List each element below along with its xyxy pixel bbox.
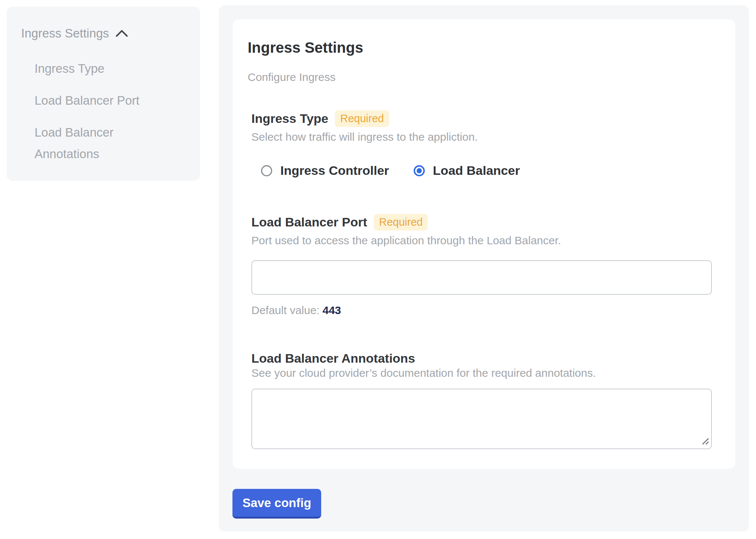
- section-load-balancer-port: Load Balancer Port Required Port used to…: [251, 213, 720, 317]
- radio-load-balancer[interactable]: Load Balancer: [414, 163, 520, 178]
- sidebar-item-ingress-type[interactable]: Ingress Type: [35, 58, 167, 79]
- settings-sidebar: Ingress Settings Ingress Type Load Balan…: [7, 7, 200, 181]
- radio-ingress-controller-label: Ingress Controller: [280, 163, 389, 178]
- sidebar-item-list: Ingress Type Load Balancer Port Load Bal…: [35, 58, 167, 165]
- radio-ingress-controller[interactable]: Ingress Controller: [261, 163, 389, 178]
- load-balancer-port-input[interactable]: [251, 260, 712, 295]
- sidebar-item-load-balancer-port[interactable]: Load Balancer Port: [35, 90, 167, 111]
- settings-panel: Ingress Settings Configure Ingress Ingre…: [219, 5, 749, 532]
- ingress-type-radio-group: Ingress Controller Load Balancer: [261, 163, 720, 178]
- section-ingress-type: Ingress Type Required Select how traffic…: [251, 110, 720, 178]
- resize-handle-icon[interactable]: [700, 436, 709, 447]
- radio-load-balancer-label: Load Balancer: [433, 163, 520, 178]
- ingress-type-label: Ingress Type: [251, 111, 328, 126]
- save-config-button[interactable]: Save config: [232, 489, 321, 519]
- sidebar-section-title: Ingress Settings: [21, 26, 109, 41]
- sidebar-section-toggle[interactable]: Ingress Settings: [21, 26, 167, 41]
- radio-unchecked-icon: [261, 165, 272, 176]
- section-load-balancer-annotations: Load Balancer Annotations See your cloud…: [251, 350, 720, 449]
- default-value-row: Default value:443: [251, 304, 720, 317]
- ingress-settings-card: Ingress Settings Configure Ingress Ingre…: [233, 19, 735, 469]
- page: Ingress Settings Ingress Type Load Balan…: [0, 0, 756, 539]
- load-balancer-port-description: Port used to access the application thro…: [251, 234, 720, 247]
- annotations-textarea-wrap: [251, 389, 712, 449]
- required-badge: Required: [335, 110, 389, 127]
- page-subtitle: Configure Ingress: [248, 71, 720, 84]
- page-title: Ingress Settings: [248, 39, 720, 56]
- load-balancer-annotations-label: Load Balancer Annotations: [251, 351, 415, 366]
- ingress-type-description: Select how traffic will ingress to the a…: [251, 130, 720, 144]
- radio-checked-icon: [414, 165, 425, 176]
- chevron-up-icon: [115, 26, 128, 41]
- required-badge: Required: [374, 214, 428, 231]
- load-balancer-annotations-description: See your cloud provider’s documentation …: [251, 366, 720, 380]
- default-value-label: Default value:: [251, 304, 319, 316]
- load-balancer-port-label: Load Balancer Port: [251, 215, 367, 229]
- load-balancer-annotations-textarea[interactable]: [251, 389, 712, 449]
- sidebar-item-load-balancer-annotations[interactable]: Load Balancer Annotations: [35, 122, 167, 165]
- default-value: 443: [322, 304, 341, 316]
